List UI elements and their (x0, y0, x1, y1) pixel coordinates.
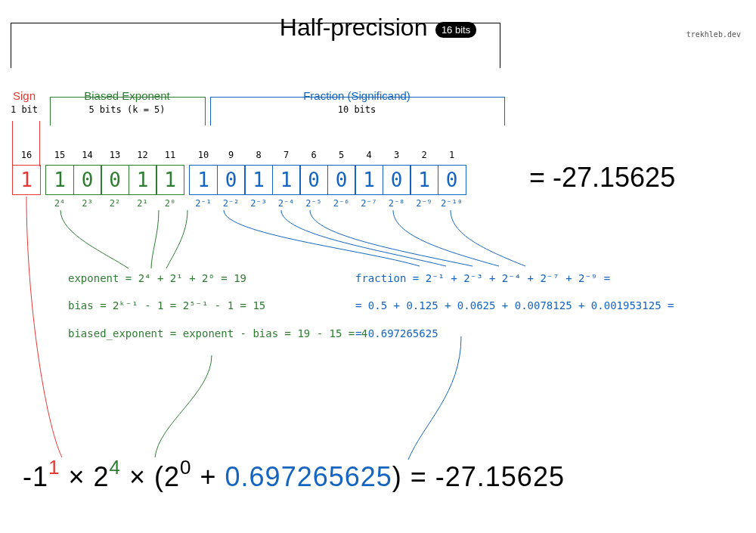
power-cell: 2⁰ (156, 198, 184, 209)
exponent-label: Biased Exponent (54, 89, 200, 102)
power-cell: 2⁴ (45, 198, 74, 209)
bit-frac: 1 (272, 165, 301, 195)
bit-index: 15 (45, 150, 74, 160)
bit-index: 11 (156, 150, 184, 160)
bit-index: 5 (327, 150, 356, 160)
power-cell: 2⁻¹⁰ (438, 198, 466, 209)
power-cell (12, 198, 41, 209)
exp-line-1: exponent = 2⁴ + 2¹ + 2⁰ = 19 (68, 265, 367, 292)
power-cell: 2³ (73, 198, 102, 209)
power-cell: 2⁻⁵ (299, 198, 328, 209)
bit-index: 7 (272, 150, 301, 160)
power-cell: 2⁻² (217, 198, 246, 209)
exponent-sublabel: 5 bits (k = 5) (54, 104, 200, 115)
bit-index: 12 (129, 150, 157, 160)
fraction-computation: fraction = 2⁻¹ + 2⁻³ + 2⁻⁴ + 2⁻⁷ + 2⁻⁹ =… (355, 265, 674, 347)
final-times-2: × (2 (121, 461, 180, 492)
fraction-sublabel: 10 bits (209, 104, 505, 115)
sign-sublabel: 1 bit (6, 104, 42, 115)
bit-exp: 1 (156, 165, 184, 195)
decoded-value: = -27.15625 (529, 162, 675, 194)
bit-index: 1 (438, 150, 466, 160)
bit-frac: 0 (299, 165, 328, 195)
final-plus: + (192, 461, 225, 492)
bit-index: 14 (73, 150, 102, 160)
final-fraction-value: 0.697265625 (225, 461, 392, 492)
bit-frac: 1 (189, 165, 218, 195)
final-sup-1: 1 (48, 456, 60, 479)
page-title: Half-precision (280, 14, 428, 42)
power-cell: 2⁻⁶ (327, 198, 356, 209)
frac-line-3: = 0.697265625 (355, 320, 674, 347)
bit-index: 9 (217, 150, 246, 160)
bit-index: 10 (189, 150, 218, 160)
final-formula: -11 × 24 × (20 + 0.697265625) = -27.1562… (23, 461, 565, 493)
final-tail: ) = -27.15625 (392, 461, 565, 492)
frac-line-1: fraction = 2⁻¹ + 2⁻³ + 2⁻⁴ + 2⁻⁷ + 2⁻⁹ = (355, 265, 674, 292)
power-cell: 2⁻⁸ (383, 198, 411, 209)
bit-frac: 0 (438, 165, 466, 195)
power-cell: 2⁻¹ (189, 198, 218, 209)
bits-badge: 16 bits (435, 22, 476, 38)
bit-index-row: 16 15 14 13 12 11 10 9 8 7 6 5 4 3 2 1 (12, 150, 466, 160)
bit-frac: 1 (355, 165, 383, 195)
exp-line-2: bias = 2ᵏ⁻¹ - 1 = 2⁵⁻¹ - 1 = 15 (68, 292, 367, 319)
bit-frac: 0 (217, 165, 246, 195)
final-sup-0: 0 (180, 456, 191, 479)
bit-index: 4 (355, 150, 383, 160)
bit-frac: 0 (327, 165, 356, 195)
power-cell: 2⁻⁴ (272, 198, 301, 209)
sign-label: Sign (6, 89, 42, 102)
power-cell: 2² (101, 198, 129, 209)
final-times-1: × 2 (60, 461, 109, 492)
final-sup-4: 4 (110, 456, 121, 479)
exp-line-3: biased_exponent = exponent - bias = 19 -… (68, 320, 367, 347)
bit-sign: 1 (12, 165, 41, 195)
power-row: 2⁴ 2³ 2² 2¹ 2⁰ 2⁻¹ 2⁻² 2⁻³ 2⁻⁴ 2⁻⁵ 2⁻⁶ 2… (12, 198, 466, 209)
bit-index: 16 (12, 150, 41, 160)
final-neg1: -1 (23, 461, 48, 492)
bit-frac: 1 (410, 165, 438, 195)
frac-line-2: = 0.5 + 0.125 + 0.0625 + 0.0078125 + 0.0… (355, 292, 674, 319)
bit-index: 6 (299, 150, 328, 160)
bit-index: 13 (101, 150, 129, 160)
bit-exp: 1 (45, 165, 74, 195)
bit-exp: 0 (73, 165, 102, 195)
title-area: Half-precision 16 bits (0, 14, 756, 42)
fraction-label: Fraction (Significand) (209, 89, 505, 102)
bit-exp: 0 (101, 165, 129, 195)
power-cell: 2⁻⁷ (355, 198, 383, 209)
exponent-computation: exponent = 2⁴ + 2¹ + 2⁰ = 19 bias = 2ᵏ⁻¹… (68, 265, 367, 347)
attribution: trekhleb.dev (686, 30, 741, 39)
bit-frac: 1 (244, 165, 273, 195)
bit-frac: 0 (383, 165, 411, 195)
bit-index: 3 (383, 150, 411, 160)
power-cell: 2⁻³ (244, 198, 273, 209)
power-cell: 2⁻⁹ (410, 198, 438, 209)
bit-index: 8 (244, 150, 273, 160)
power-cell: 2¹ (129, 198, 157, 209)
bit-index: 2 (410, 150, 438, 160)
bit-exp: 1 (129, 165, 157, 195)
bit-table: 1 1 0 0 1 1 1 0 1 1 0 0 1 0 1 0 (12, 165, 466, 195)
